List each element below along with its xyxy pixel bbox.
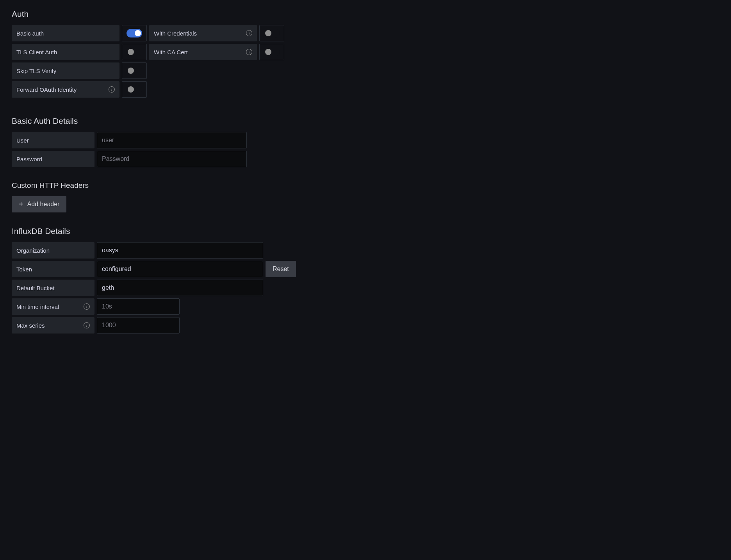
token-label-text: Token <box>16 266 32 273</box>
skip-tls-verify-toggle[interactable] <box>127 66 142 75</box>
with-credentials-toggle[interactable] <box>264 29 280 37</box>
user-label-text: User <box>16 137 29 144</box>
default-bucket-input[interactable] <box>97 280 263 296</box>
custom-headers-title: Custom HTTP Headers <box>12 181 719 190</box>
organization-label-text: Organization <box>16 247 50 254</box>
basic-auth-label-text: Basic auth <box>16 30 44 37</box>
max-series-row: Max series i <box>12 317 719 334</box>
password-input[interactable] <box>97 151 247 167</box>
password-label-text: Password <box>16 156 42 162</box>
forward-oauth-label-text: Forward OAuth Identity <box>16 86 77 93</box>
add-header-button[interactable]: + Add header <box>12 196 66 212</box>
auth-title: Auth <box>12 9 719 19</box>
add-header-button-label: Add header <box>27 201 60 208</box>
password-row: Password <box>12 151 719 167</box>
basic-auth-details-section: Basic Auth Details User Password <box>12 116 719 167</box>
info-icon[interactable]: i <box>84 303 90 310</box>
with-credentials-label: With Credentials i <box>149 25 257 41</box>
tls-client-auth-label-text: TLS Client Auth <box>16 49 57 55</box>
min-time-interval-input[interactable] <box>97 298 180 315</box>
max-series-label: Max series i <box>12 317 94 334</box>
auth-section: Auth Basic auth TLS Client Auth <box>12 9 719 98</box>
plus-icon: + <box>19 200 23 208</box>
with-ca-cert-label: With CA Cert i <box>149 44 257 60</box>
skip-tls-verify-label-text: Skip TLS Verify <box>16 68 56 74</box>
basic-auth-label: Basic auth <box>12 25 119 41</box>
default-bucket-label: Default Bucket <box>12 280 94 296</box>
influxdb-details-section: InfluxDB Details Organization Token Rese… <box>12 226 719 334</box>
user-row: User <box>12 132 719 148</box>
info-icon[interactable]: i <box>246 49 252 55</box>
forward-oauth-toggle[interactable] <box>127 85 142 94</box>
reset-button-label: Reset <box>273 266 289 273</box>
custom-headers-section: Custom HTTP Headers + Add header <box>12 181 719 212</box>
forward-oauth-row: Forward OAuth Identity i <box>12 81 147 98</box>
basic-auth-details-title: Basic Auth Details <box>12 116 719 126</box>
influxdb-details-title: InfluxDB Details <box>12 226 719 236</box>
tls-client-auth-label: TLS Client Auth <box>12 44 119 60</box>
tls-client-auth-row: TLS Client Auth <box>12 44 147 60</box>
with-ca-cert-toggle[interactable] <box>264 48 280 56</box>
forward-oauth-switch-cell <box>122 81 147 98</box>
organization-row: Organization <box>12 242 719 259</box>
password-label: Password <box>12 151 94 167</box>
token-input[interactable] <box>97 261 263 277</box>
auth-col-left: Basic auth TLS Client Auth Skip TLS Veri… <box>12 25 147 98</box>
auth-col-right: With Credentials i With CA Cert i <box>149 25 284 98</box>
default-bucket-row: Default Bucket <box>12 280 719 296</box>
tls-client-auth-toggle[interactable] <box>127 48 142 56</box>
forward-oauth-label: Forward OAuth Identity i <box>12 81 119 98</box>
reset-button[interactable]: Reset <box>266 261 296 277</box>
skip-tls-verify-label: Skip TLS Verify <box>12 62 119 79</box>
info-icon[interactable]: i <box>246 30 252 36</box>
skip-tls-verify-row: Skip TLS Verify <box>12 62 147 79</box>
min-time-interval-row: Min time interval i <box>12 298 719 315</box>
user-input[interactable] <box>97 132 247 148</box>
info-icon[interactable]: i <box>109 86 115 93</box>
basic-auth-toggle[interactable] <box>127 29 142 37</box>
basic-auth-switch-cell <box>122 25 147 41</box>
with-credentials-row: With Credentials i <box>149 25 284 41</box>
with-ca-cert-row: With CA Cert i <box>149 44 284 60</box>
with-ca-cert-label-text: With CA Cert <box>154 49 188 55</box>
basic-auth-row: Basic auth <box>12 25 147 41</box>
auth-toggle-grid: Basic auth TLS Client Auth Skip TLS Veri… <box>12 25 719 98</box>
skip-tls-verify-switch-cell <box>122 62 147 79</box>
default-bucket-label-text: Default Bucket <box>16 285 55 291</box>
token-row: Token Reset <box>12 261 719 277</box>
info-icon[interactable]: i <box>84 322 90 328</box>
with-ca-cert-switch-cell <box>259 44 284 60</box>
user-label: User <box>12 132 94 148</box>
max-series-label-text: Max series <box>16 322 45 329</box>
organization-input[interactable] <box>97 242 263 259</box>
min-time-interval-label-text: Min time interval <box>16 303 59 310</box>
tls-client-auth-switch-cell <box>122 44 147 60</box>
token-label: Token <box>12 261 94 277</box>
organization-label: Organization <box>12 242 94 259</box>
max-series-input[interactable] <box>97 317 180 334</box>
min-time-interval-label: Min time interval i <box>12 298 94 315</box>
with-credentials-switch-cell <box>259 25 284 41</box>
with-credentials-label-text: With Credentials <box>154 30 197 37</box>
